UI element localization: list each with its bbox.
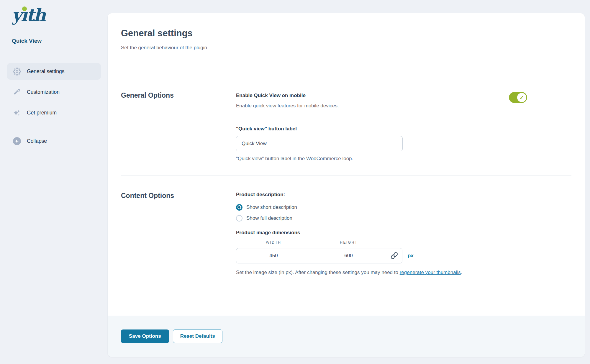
mobile-toggle-description: Enable quick view features for mobile de… [236,103,509,109]
image-dimensions-control: WIDTH HEIGHT px S [236,240,571,276]
width-input[interactable] [236,248,311,263]
help-text-end: . [461,270,462,275]
sidebar-item-customization[interactable]: Customization [7,84,101,100]
section-title-general: General Options [121,91,236,99]
product-description-radio-group: Show short description Show full descrip… [236,204,571,222]
sidebar-item-label: Get premium [27,110,57,116]
section-content-options: Content Options Product description: Sho… [121,176,571,276]
sidebar-item-label: Customization [27,89,60,95]
image-dimensions-help: Set the image size (in px). After changi… [236,269,469,276]
settings-panel: General settings Set the general behavio… [108,13,585,357]
section-title-content: Content Options [121,192,236,200]
eyedropper-icon [13,88,21,96]
yith-logo-dot [22,6,27,11]
section-general-options: General Options Enable Quick View on mob… [121,67,571,163]
radio-unselected-icon[interactable] [236,215,242,222]
sidebar-item-general-settings[interactable]: General settings [7,63,101,80]
link-dimensions-button[interactable] [386,248,402,263]
image-dimensions-label: Product image dimensions [236,230,571,236]
toggle-check-icon: ✓ [517,93,526,102]
regenerate-thumbnails-link[interactable]: regenerate your thumbnails [400,270,461,275]
height-input[interactable] [311,248,386,263]
reset-defaults-button[interactable]: Reset Defaults [173,329,222,343]
yith-logo: yıth [12,6,45,24]
sidebar-nav: General settings Customization Get premi… [7,63,101,153]
mobile-toggle-row: Enable Quick View on mobile Enable quick… [236,91,571,109]
panel-header: General settings Set the general behavio… [108,13,585,67]
sidebar: yıth Quick View General settings Customi… [0,0,108,364]
mobile-toggle-label: Enable Quick View on mobile [236,93,509,99]
button-label-field-block: "Quick view" button label "Quick view" b… [236,126,571,163]
help-text: Set the image size (in px). After changi… [236,270,400,275]
quick-view-button-label-input[interactable] [236,136,403,151]
sparkles-icon [13,109,21,117]
button-label-field-help: "Quick view" button label in the WooComm… [236,155,571,163]
product-name: Quick View [12,38,42,44]
sidebar-item-label: Collapse [27,138,47,144]
chain-link-icon [391,252,398,259]
radio-show-full-description[interactable]: Show full description [236,215,571,222]
sidebar-item-collapse[interactable]: Collapse [7,133,101,149]
radio-show-short-description[interactable]: Show short description [236,204,571,211]
sidebar-item-get-premium[interactable]: Get premium [7,104,101,121]
px-unit-label: px [408,253,414,259]
radio-label: Show full description [246,215,292,221]
button-label-field-label: "Quick view" button label [236,126,571,132]
mobile-toggle-switch[interactable]: ✓ [509,92,527,103]
width-column-label: WIDTH [236,240,311,245]
gear-icon [13,68,21,76]
sidebar-item-label: General settings [27,68,64,75]
page-title: General settings [121,28,571,39]
save-options-button[interactable]: Save Options [121,329,169,343]
yith-logo-text: yıth [12,6,45,24]
panel-footer: Save Options Reset Defaults [108,316,585,357]
height-column-label: HEIGHT [311,240,386,245]
radio-selected-icon[interactable] [236,204,242,211]
radio-label: Show short description [246,204,297,210]
panel-body: General Options Enable Quick View on mob… [108,67,585,276]
collapse-arrow-icon [13,137,21,145]
product-description-label: Product description: [236,192,571,198]
page-subtitle: Set the general behaviour of the plugin. [121,45,571,51]
